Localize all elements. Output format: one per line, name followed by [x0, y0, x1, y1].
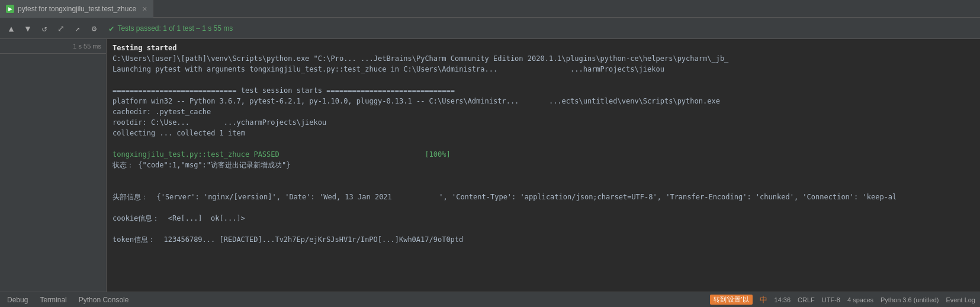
tab-terminal-label: Terminal [40, 296, 66, 304]
input-method-indicator: 中 [760, 295, 767, 305]
sidebar-timestamp: 1 s 55 ms [0, 39, 106, 54]
toolbar: ▲ ▼ ↺ ⤢ ↗ ⚙ ✔ Tests passed: 1 of 1 test … [0, 18, 980, 39]
scroll-up-button[interactable]: ▲ [5, 22, 18, 35]
encoding[interactable]: UTF-8 [822, 296, 840, 303]
console-line: ============================= test sessi… [113, 85, 974, 96]
console-line: 头部信息： {'Server': 'nginx/[version]', 'Dat… [113, 192, 974, 202]
console-line: cachedir: .pytest_cache [113, 106, 974, 117]
rerun-button[interactable]: ↺ [38, 22, 51, 35]
indent-setting[interactable]: 4 spaces [847, 296, 873, 303]
left-sidebar: 1 s 55 ms [0, 39, 107, 292]
console-line [113, 75, 974, 85]
tab-icon: ▶ [6, 5, 14, 13]
export-button[interactable]: ↗ [71, 22, 84, 35]
console-line [113, 202, 974, 213]
main-tab[interactable]: ▶ pytest for tongxingjilu_test.test_zhuc… [0, 0, 153, 18]
console-line: Testing started [113, 43, 974, 53]
tab-debug-label: Debug [7, 296, 28, 304]
check-icon: ✔ [109, 24, 114, 33]
tab-debug[interactable]: Debug [5, 292, 30, 308]
console-output: Testing started C:\Users\[user]\[path]\v… [107, 39, 980, 292]
main-layout: 1 s 55 ms Testing started C:\Users\[user… [0, 39, 980, 292]
console-line: platform win32 -- Python 3.6.7, pytest-6… [113, 96, 974, 106]
console-line [113, 181, 974, 192]
tab-terminal[interactable]: Terminal [37, 292, 69, 308]
expand-button[interactable]: ⤢ [54, 22, 68, 35]
bottom-right-status: 转到'设置'以 中 14:36 CRLF UTF-8 4 spaces Pyth… [710, 295, 975, 305]
settings-hint: 转到'设置'以 [710, 295, 752, 305]
console-line: token信息： 123456789... [REDACTED]...Tv2h7… [113, 234, 974, 245]
scroll-down-button[interactable]: ▼ [21, 22, 34, 35]
tab-label: pytest for tongxingjilu_test.test_zhuce [18, 5, 136, 13]
event-log[interactable]: Event Log [946, 296, 975, 303]
console-line: Launching pytest with arguments tongxing… [113, 64, 974, 75]
settings-button[interactable]: ⚙ [88, 22, 101, 35]
time-display: 14:36 [775, 296, 791, 303]
status-passed-text: Tests passed: 1 of 1 test – 1 s 55 ms [117, 24, 233, 33]
console-line: collecting ... collected 1 item [113, 128, 974, 138]
console-line: cookie信息： <Re[...] ok[...]> [113, 213, 974, 224]
tab-bar: ▶ pytest for tongxingjilu_test.test_zhuc… [0, 0, 980, 18]
console-line [113, 138, 974, 149]
console-line: 状态： {"code":1,"msg":"访客进出记录新增成功"} [113, 160, 974, 170]
console-line [113, 170, 974, 181]
line-ending[interactable]: CRLF [798, 296, 815, 303]
console-line: C:\Users\[user]\[path]\venv\Scripts\pyth… [113, 53, 974, 64]
tab-python-console[interactable]: Python Console [76, 292, 131, 308]
python-version[interactable]: Python 3.6 (untitled) [881, 296, 939, 303]
status-area: ✔ Tests passed: 1 of 1 test – 1 s 55 ms [109, 24, 233, 33]
bottom-bar: Debug Terminal Python Console 转到'设置'以 中 … [0, 292, 980, 307]
console-line: rootdir: C:\Use... ...ycharmProjects\jie… [113, 117, 974, 128]
console-line [113, 224, 974, 234]
tab-close-button[interactable]: × [142, 4, 147, 14]
tab-python-console-label: Python Console [79, 296, 129, 304]
console-line-passed: tongxingjilu_test.py::test_zhuce PASSED … [113, 149, 974, 160]
